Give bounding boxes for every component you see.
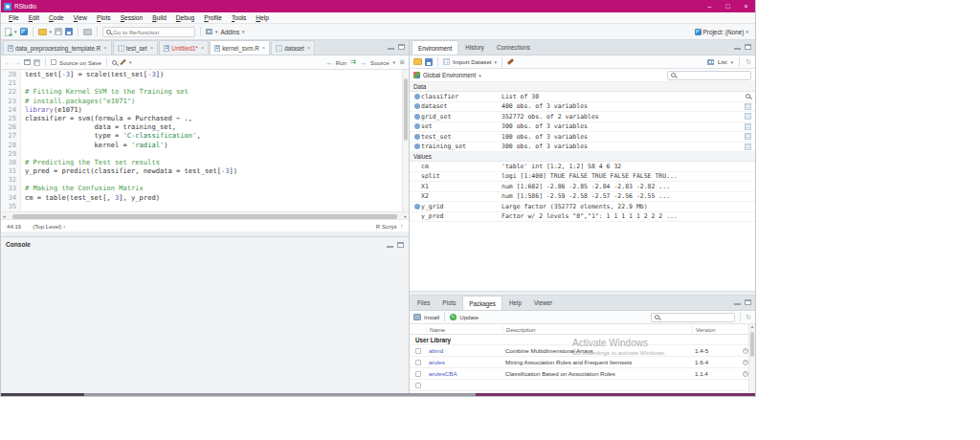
addins-label[interactable]: Addins <box>221 29 240 35</box>
list-view-label[interactable]: List <box>718 58 727 65</box>
env-row-X1[interactable]: X1num [1:602] -2.86 -2.85 -2.84 -2.83 -2… <box>410 182 755 192</box>
minimize-icon[interactable]: – <box>701 0 719 12</box>
open-recent-dropdown-icon[interactable]: ▾ <box>50 29 53 34</box>
code-line[interactable]: 24library(e1071) <box>1 105 402 114</box>
addins-grid-icon[interactable] <box>206 29 212 34</box>
env-minimize-icon[interactable] <box>734 44 741 50</box>
package-checkbox[interactable] <box>415 360 421 365</box>
list-view-dropdown-icon[interactable]: ▾ <box>731 59 734 65</box>
title-bar[interactable]: RStudio – □ × <box>1 0 755 12</box>
menu-edit[interactable]: Edit <box>24 14 44 21</box>
packages-search-input[interactable] <box>661 315 731 320</box>
tab-help[interactable]: Help <box>503 296 527 310</box>
new-file-dropdown-icon[interactable]: ▾ <box>14 29 17 34</box>
menu-view[interactable]: View <box>69 14 92 21</box>
env-row-test_set[interactable]: test_set100 obs. of 3 variables <box>410 132 755 143</box>
code-line[interactable]: 35 <box>1 202 402 210</box>
packages-scrollbar[interactable]: ▲ <box>748 324 755 393</box>
minimize-pane-icon[interactable] <box>388 44 394 50</box>
console-minimize-icon[interactable] <box>387 242 393 248</box>
hscroll-left-arrow-icon[interactable]: ◂ <box>3 213 6 219</box>
tab-history[interactable]: History <box>459 40 490 55</box>
vscroll-thumb[interactable] <box>404 78 408 141</box>
view-data-icon[interactable] <box>745 123 751 130</box>
package-row-partial[interactable] <box>410 380 755 391</box>
code-line[interactable]: 30# Predicting the Test set results <box>1 158 402 166</box>
view-data-icon[interactable] <box>745 103 751 110</box>
tab-close-icon[interactable]: × <box>262 45 266 51</box>
code-line[interactable]: 29 <box>1 149 402 158</box>
refresh-environment-icon[interactable]: ↻ <box>746 58 751 66</box>
update-icon[interactable]: ↻ <box>450 314 457 320</box>
addins-dropdown-icon[interactable]: ▾ <box>242 29 245 34</box>
maximize-icon[interactable]: □ <box>719 0 737 12</box>
load-workspace-icon[interactable] <box>413 58 422 65</box>
menu-profile[interactable]: Profile <box>199 14 227 21</box>
editor-tab-dataset[interactable]: dataset× <box>271 40 315 55</box>
menu-plots[interactable]: Plots <box>92 14 116 21</box>
tab-close-icon[interactable]: × <box>150 45 154 51</box>
menu-help[interactable]: Help <box>251 14 274 21</box>
menu-session[interactable]: Session <box>116 14 147 21</box>
goto-file-input[interactable] <box>113 29 191 35</box>
package-checkbox[interactable] <box>415 383 421 388</box>
menu-file[interactable]: File <box>4 14 24 21</box>
editor-tab-data-preprocessing-template-r[interactable]: Rdata_preprocessing_template.R× <box>3 40 112 55</box>
list-view-icon[interactable] <box>707 59 714 65</box>
editor-tab-test-set[interactable]: test_set× <box>113 40 159 55</box>
tab-connections[interactable]: Connections <box>491 40 536 55</box>
editor-tab-untitled1-[interactable]: RUntitled1*× <box>159 40 209 55</box>
package-name-link[interactable]: abind <box>426 347 502 354</box>
view-data-icon[interactable] <box>745 143 751 150</box>
console-maximize-icon[interactable] <box>397 242 404 248</box>
code-line[interactable]: 21 <box>1 78 402 87</box>
forward-icon[interactable]: → <box>14 59 21 66</box>
expand-icon[interactable] <box>412 94 421 99</box>
column-name[interactable]: Name <box>426 326 502 333</box>
menu-build[interactable]: Build <box>147 14 171 21</box>
menu-debug[interactable]: Debug <box>171 14 199 21</box>
package-name-link[interactable]: arules <box>426 359 502 365</box>
refresh-packages-icon[interactable]: ↻ <box>746 314 751 321</box>
rerun-icon[interactable]: ⇉ <box>350 58 356 66</box>
import-dataset-icon[interactable] <box>443 58 450 65</box>
inspect-object-icon[interactable] <box>746 94 750 99</box>
environment-scope-selector[interactable]: Global Environment <box>423 72 476 78</box>
popout-icon[interactable] <box>24 59 31 65</box>
expand-icon[interactable] <box>412 134 421 140</box>
import-dataset-button[interactable]: Import Dataset <box>453 58 492 65</box>
code-tools-icon[interactable] <box>120 59 125 65</box>
back-icon[interactable]: ← <box>5 59 11 66</box>
close-icon[interactable]: × <box>737 0 755 12</box>
editor-tab-kernel-svm-r[interactable]: Rkernel_svm.R× <box>210 40 270 55</box>
open-file-icon[interactable] <box>38 29 47 35</box>
env-row-y_grid[interactable]: y_gridLarge factor (352772 elements, 22.… <box>410 202 755 212</box>
package-checkbox[interactable] <box>415 348 421 354</box>
package-name-link[interactable]: arulesCBA <box>426 370 502 377</box>
save-workspace-icon[interactable] <box>425 58 433 66</box>
package-checkbox[interactable] <box>415 371 421 377</box>
tab-plots[interactable]: Plots <box>436 296 461 310</box>
expand-icon[interactable] <box>412 103 421 109</box>
hscroll-right-arrow-icon[interactable]: ▸ <box>404 213 407 219</box>
files-maximize-icon[interactable] <box>745 299 751 305</box>
code-area[interactable]: 20test_set[-3] = scale(test_set[-3])2122… <box>1 70 402 211</box>
tab-environment[interactable]: Environment <box>412 40 458 55</box>
code-line[interactable]: 31y_pred = predict(classifier, newdata =… <box>1 166 402 175</box>
code-editor[interactable]: 20test_set[-3] = scale(test_set[-3])2122… <box>1 70 409 211</box>
code-line[interactable]: 28 kernel = 'radial') <box>1 141 402 149</box>
expand-icon[interactable] <box>412 204 421 209</box>
code-line[interactable]: 26 data = training_set, <box>1 122 402 131</box>
view-data-icon[interactable] <box>745 113 751 120</box>
menu-code[interactable]: Code <box>44 14 69 21</box>
env-row-grid_set[interactable]: grid_set352772 obs. of 2 variables <box>410 112 755 122</box>
scope-selector[interactable]: (Top Level) ↕ <box>33 223 65 230</box>
find-replace-icon[interactable] <box>112 60 117 65</box>
env-row-split[interactable]: splitlogi [1:400] TRUE FALSE TRUE FALSE … <box>410 172 755 183</box>
maximize-pane-icon[interactable] <box>398 44 405 50</box>
tab-close-icon[interactable]: × <box>103 45 107 51</box>
console-header[interactable]: Console <box>1 236 409 252</box>
tab-close-icon[interactable]: × <box>201 45 205 51</box>
menu-tools[interactable]: Tools <box>227 14 251 21</box>
source-button[interactable]: Source <box>370 59 390 66</box>
